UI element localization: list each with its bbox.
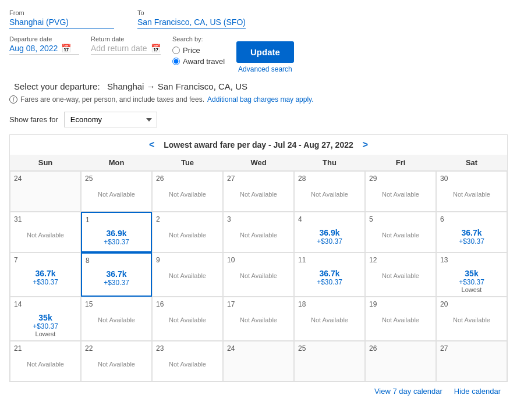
day-header-wed: Wed <box>223 155 294 171</box>
cell-date-number: 4 <box>298 215 361 223</box>
cell-date-number: 31 <box>14 215 77 223</box>
not-available-text: Not Available <box>227 316 290 323</box>
cell-date-number: 1 <box>86 216 147 224</box>
cell-price-sub: +$30.37 <box>86 279 147 287</box>
award-radio-label[interactable]: Award travel <box>172 57 225 66</box>
cell-date-number: 11 <box>298 256 361 264</box>
price-radio[interactable] <box>172 47 180 54</box>
departure-calendar-icon[interactable]: 📅 <box>61 44 71 53</box>
cal-cell: 26 <box>365 341 436 382</box>
from-label: From <box>9 9 114 16</box>
not-available-text: Not Available <box>85 191 148 198</box>
cal-cell[interactable]: 1335k+$30.37Lowest <box>436 252 507 297</box>
cell-price-sub: +$30.37 <box>298 237 361 245</box>
cell-lowest-badge: Lowest <box>440 286 503 293</box>
update-button[interactable]: Update <box>236 41 294 63</box>
award-radio[interactable] <box>172 58 180 65</box>
day-headers-row: SunMonTueWedThuFriSat <box>10 155 507 171</box>
not-available-text: Not Available <box>156 272 219 279</box>
day-header-sat: Sat <box>436 155 507 171</box>
fares-select[interactable]: Economy <box>64 112 157 127</box>
cell-date-number: 26 <box>156 175 219 183</box>
departure-date-value: Aug 08, 2022 <box>9 44 58 53</box>
departure-label: Departure date <box>9 35 79 42</box>
cell-price-sub: +$30.37 <box>14 278 77 286</box>
cell-price-value: 36.9k <box>298 228 361 237</box>
departure-date-field: Departure date Aug 08, 2022 📅 <box>9 35 79 55</box>
cal-cell: 24 <box>223 341 294 382</box>
cal-cell: 31Not Available <box>10 212 81 252</box>
cal-cell: 10Not Available <box>223 252 294 297</box>
cell-date-number: 2 <box>156 215 219 223</box>
cell-price-sub: +$30.37 <box>440 278 503 286</box>
not-available-text: Not Available <box>369 316 432 323</box>
not-available-text: Not Available <box>369 232 432 239</box>
select-departure-title: Select your departure: <box>14 81 100 91</box>
cell-price-value: 36.7k <box>86 269 147 279</box>
not-available-text: Not Available <box>227 272 290 279</box>
search-by-label: Search by: <box>172 35 225 42</box>
cell-price-sub: +$30.37 <box>298 278 361 286</box>
from-to-row: From Shanghai (PVG) To San Francisco, CA… <box>9 9 508 29</box>
cell-date-number: 5 <box>369 215 432 223</box>
cell-price-sub: +$30.37 <box>14 322 77 330</box>
cell-date-number: 20 <box>440 300 503 308</box>
not-available-text: Not Available <box>440 316 503 323</box>
cal-cell: 18Not Available <box>294 297 365 341</box>
cell-date-number: 19 <box>369 300 432 308</box>
not-available-text: Not Available <box>298 191 361 198</box>
cell-price-value: 35k <box>14 313 77 322</box>
calendar-title: Lowest award fare per day - Jul 24 - Aug… <box>164 140 353 150</box>
cal-cell: 22Not Available <box>81 341 152 382</box>
cal-cell: 23Not Available <box>152 341 223 382</box>
cell-price-value: 36.7k <box>298 269 361 278</box>
cell-lowest-badge: Lowest <box>14 330 77 337</box>
bag-charges-link[interactable]: Additional bag charges may apply. <box>207 95 314 104</box>
not-available-text: Not Available <box>369 272 432 279</box>
cell-date-number: 27 <box>440 344 503 353</box>
cal-cell: 16Not Available <box>152 297 223 341</box>
cell-date-number: 26 <box>369 344 432 353</box>
return-date-display[interactable]: Add return date 📅 <box>91 44 161 55</box>
to-value[interactable]: San Francisco, CA, US (SFO) <box>137 17 246 29</box>
cal-cell[interactable]: 1136.7k+$30.37 <box>294 252 365 297</box>
cal-cell[interactable]: 736.7k+$30.37 <box>10 252 81 297</box>
not-available-text: Not Available <box>156 191 219 198</box>
departure-date-display[interactable]: Aug 08, 2022 📅 <box>9 44 79 55</box>
cal-cell[interactable]: 636.7k+$30.37 <box>436 212 507 252</box>
cal-cell: 25 <box>294 341 365 382</box>
award-radio-text: Award travel <box>183 57 225 66</box>
update-section: Update Advanced search <box>236 35 294 73</box>
from-value[interactable]: Shanghai (PVG) <box>9 17 114 29</box>
cal-cell[interactable]: 436.9k+$30.37 <box>294 212 365 252</box>
cell-date-number: 28 <box>298 175 361 183</box>
hide-calendar-link[interactable]: Hide calendar <box>454 387 501 396</box>
cal-cell[interactable]: 1435k+$30.37Lowest <box>10 297 81 341</box>
cal-cell: 27 <box>436 341 507 382</box>
cell-date-number: 10 <box>227 256 290 264</box>
select-departure-heading: Select your departure: Shanghai → San Fr… <box>9 81 508 92</box>
cell-price-value: 36.9k <box>86 229 147 238</box>
info-icon: i <box>9 95 17 104</box>
cell-price-sub: +$30.37 <box>440 237 503 245</box>
price-radio-text: Price <box>183 46 200 55</box>
price-radio-label[interactable]: Price <box>172 46 225 55</box>
cal-cell[interactable]: 136.9k+$30.37 <box>81 212 152 252</box>
search-by-group: Search by: Price Award travel <box>172 35 225 66</box>
cal-cell: 12Not Available <box>365 252 436 297</box>
return-calendar-icon[interactable]: 📅 <box>151 44 161 53</box>
cal-cell[interactable]: 836.7k+$30.37 <box>81 252 152 297</box>
view-7day-link[interactable]: View 7 day calendar <box>374 387 442 396</box>
cell-date-number: 24 <box>14 175 77 183</box>
cal-cell: 19Not Available <box>365 297 436 341</box>
not-available-text: Not Available <box>14 232 77 239</box>
cell-date-number: 18 <box>298 300 361 308</box>
cal-cell: 3Not Available <box>223 212 294 252</box>
day-header-tue: Tue <box>152 155 223 171</box>
next-arrow[interactable]: > <box>353 140 377 150</box>
prev-arrow[interactable]: < <box>140 140 164 150</box>
cell-date-number: 7 <box>14 256 77 264</box>
not-available-text: Not Available <box>156 232 219 239</box>
cal-cell: 25Not Available <box>81 171 152 212</box>
advanced-search-link[interactable]: Advanced search <box>238 65 292 73</box>
